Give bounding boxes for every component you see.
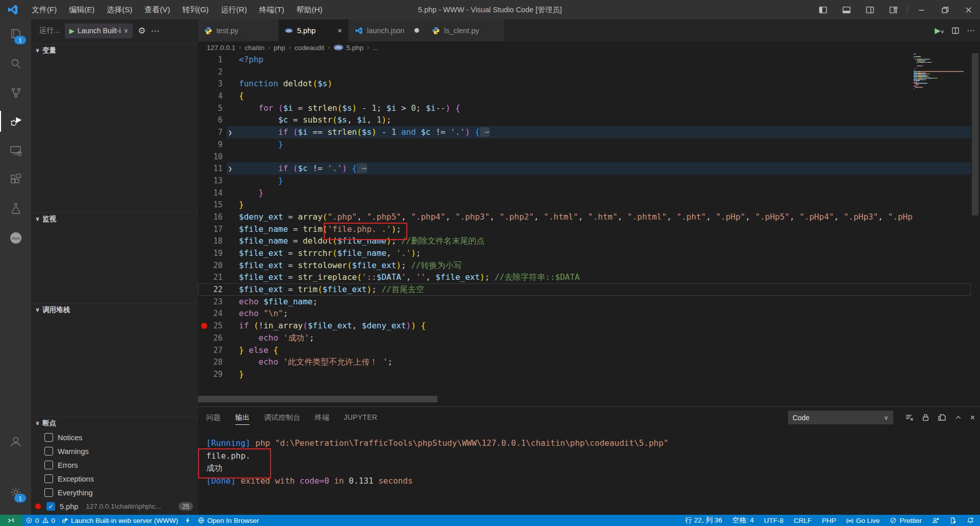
menu-item-6[interactable]: 终端(T) — [253, 0, 290, 19]
breakpoint-file-row[interactable]: ✓5.php127.0.0.1\chaitin\php\c...25 — [31, 499, 198, 513]
code-line-26[interactable]: 26 echo '成功'; — [198, 332, 971, 344]
gutter[interactable]: 27 — [198, 344, 239, 357]
panel-tab-调试控制台[interactable]: 调试控制台 — [264, 411, 301, 425]
fold-arrow-icon[interactable]: ❯ — [223, 127, 238, 139]
checkbox-unchecked[interactable] — [44, 461, 53, 469]
gutter[interactable]: 11❯ — [198, 162, 239, 175]
code-line-16[interactable]: 16$deny_ext = array(".php", ".php5", ".p… — [198, 211, 971, 223]
vertical-scrollbar[interactable] — [972, 53, 978, 216]
restore-button[interactable] — [933, 0, 957, 19]
horizontal-scrollbar[interactable] — [198, 396, 437, 402]
activity-item-testing[interactable] — [0, 194, 31, 223]
code-line-29[interactable]: 29} — [198, 368, 971, 380]
gutter[interactable]: 20 — [198, 259, 239, 272]
layout-sidebar-right-button[interactable] — [858, 0, 881, 19]
remote-indicator[interactable] — [0, 515, 22, 526]
code-line-18[interactable]: 18$file_name = deldot($file_name); //删除文… — [198, 235, 971, 247]
panel-tab-输出[interactable]: 输出 — [235, 411, 250, 425]
fold-arrow-icon[interactable]: ❯ — [223, 163, 238, 175]
status--4[interactable]: 空格: 4 — [732, 515, 754, 526]
gutter[interactable]: 18 — [198, 235, 239, 248]
gear-icon[interactable]: ⚙ — [138, 26, 145, 36]
code-line-23[interactable]: 23echo $file_name; — [198, 296, 971, 308]
gutter[interactable]: 21 — [198, 271, 239, 284]
breadcrumb-item[interactable]: codeaudit — [295, 44, 325, 52]
code-line-28[interactable]: 28 echo '此文件类型不允许上传！ '; — [198, 356, 971, 368]
code-editor[interactable]: 1<?php23function deldot($s)4{5 for ($i =… — [198, 54, 971, 386]
layout-panel-button[interactable] — [835, 0, 858, 19]
menu-item-5[interactable]: 运行(R) — [215, 0, 253, 19]
section-header[interactable]: ∨变量 — [31, 44, 198, 57]
gutter[interactable]: 5 — [198, 102, 239, 115]
launch-config-dropdown[interactable]: ▶ Launch Built-i ∨ — [65, 23, 133, 38]
code-line-21[interactable]: 21$file_ext = str_ireplace('::$DATA', ''… — [198, 271, 971, 283]
status-lightning[interactable] — [181, 515, 194, 526]
minimap[interactable] — [914, 54, 971, 156]
close-panel-icon[interactable]: × — [970, 413, 975, 422]
status-go-live[interactable]: Go Live — [846, 515, 880, 526]
breakpoint-filter-row[interactable]: Everything — [31, 486, 198, 499]
breadcrumb-item[interactable]: php5.php — [333, 44, 363, 52]
run-file-icon[interactable]: ▶∨ — [935, 26, 944, 35]
gutter[interactable]: 9 — [198, 138, 239, 151]
status-open-in-browser[interactable]: Open In Browser — [194, 515, 262, 526]
breadcrumb-item[interactable]: 127.0.0.1 — [207, 44, 235, 52]
minimize-button[interactable] — [910, 0, 933, 19]
code-line-4[interactable]: 4{ — [198, 90, 971, 102]
gutter[interactable]: 26 — [198, 332, 239, 345]
panel-tab-JUPYTER[interactable]: JUPYTER — [344, 411, 377, 425]
code-line-10[interactable]: 10 — [198, 151, 971, 163]
code-line-9[interactable]: 9 } — [198, 138, 971, 151]
code-line-5[interactable]: 5 for ($i = strlen($s) - 1; $i > 0; $i--… — [198, 102, 971, 114]
menu-item-0[interactable]: 文件(F) — [26, 0, 63, 19]
menu-item-4[interactable]: 转到(G) — [176, 0, 215, 19]
activity-item-json[interactable]: Json — [0, 223, 31, 252]
breakpoint-filter-row[interactable]: Warnings — [31, 444, 198, 458]
activity-item-extensions[interactable] — [0, 165, 31, 194]
split-editor-icon[interactable] — [951, 27, 960, 35]
breakpoint-filter-row[interactable]: Notices — [31, 431, 198, 444]
status-file-settings[interactable] — [949, 515, 957, 526]
code-line-24[interactable]: 24echo "\n"; — [198, 307, 971, 320]
clear-output-icon[interactable] — [905, 413, 914, 422]
close-icon[interactable]: × — [337, 26, 342, 35]
gutter[interactable]: 13 — [198, 175, 239, 187]
activity-item-run-debug[interactable] — [0, 107, 31, 136]
status-php[interactable]: PHP — [822, 515, 836, 526]
menu-item-7[interactable]: 帮助(H) — [290, 0, 329, 19]
layout-sidebar-button[interactable] — [811, 0, 835, 19]
menu-item-1[interactable]: 编辑(E) — [63, 0, 101, 19]
activity-item-remote-explorer[interactable] — [0, 136, 31, 165]
gutter[interactable]: 7❯ — [198, 126, 239, 139]
breadcrumb-item[interactable]: chaitin — [244, 44, 264, 52]
section-header[interactable]: ∨监视 — [31, 213, 198, 225]
gutter[interactable]: 1 — [198, 54, 239, 66]
gutter[interactable]: 29 — [198, 368, 239, 381]
status--22-36[interactable]: 行 22, 列 36 — [685, 515, 722, 526]
code-line-2[interactable]: 2 — [198, 66, 971, 78]
gutter[interactable]: 4 — [198, 90, 239, 103]
status-bell[interactable] — [967, 515, 974, 526]
layout-customize-button[interactable] — [881, 0, 905, 19]
checkbox-unchecked[interactable] — [44, 474, 53, 483]
gutter[interactable]: 19 — [198, 247, 239, 260]
close-button[interactable] — [957, 0, 980, 19]
gutter[interactable]: 22 — [198, 283, 239, 296]
start-debug-icon[interactable]: ▶ — [69, 27, 75, 35]
panel-tab-终端[interactable]: 终端 — [315, 411, 330, 425]
activity-item-explorer[interactable]: 1 — [0, 19, 31, 49]
code-line-13[interactable]: 13 } — [198, 175, 971, 187]
breakpoint-filter-row[interactable]: Errors — [31, 458, 198, 472]
breadcrumb-item[interactable]: php — [274, 44, 285, 52]
activity-item-source-control[interactable] — [0, 78, 31, 107]
tab-ls_clent.py[interactable]: ls_clent.py — [426, 19, 505, 41]
tab-test.py[interactable]: test.py — [198, 19, 279, 41]
gutter[interactable]: 25 — [198, 320, 239, 332]
code-line-6[interactable]: 6 $c = substr($s, $i, 1); — [198, 114, 971, 126]
activity-item-search[interactable] — [0, 49, 31, 78]
code-line-22[interactable]: 22$file_ext = trim($file_ext); //首尾去空 — [198, 283, 971, 296]
menu-item-3[interactable]: 查看(V) — [138, 0, 176, 19]
chevron-up-icon[interactable] — [954, 413, 963, 422]
lock-scroll-icon[interactable] — [921, 413, 930, 422]
editor-more-icon[interactable]: ⋯ — [967, 26, 975, 35]
